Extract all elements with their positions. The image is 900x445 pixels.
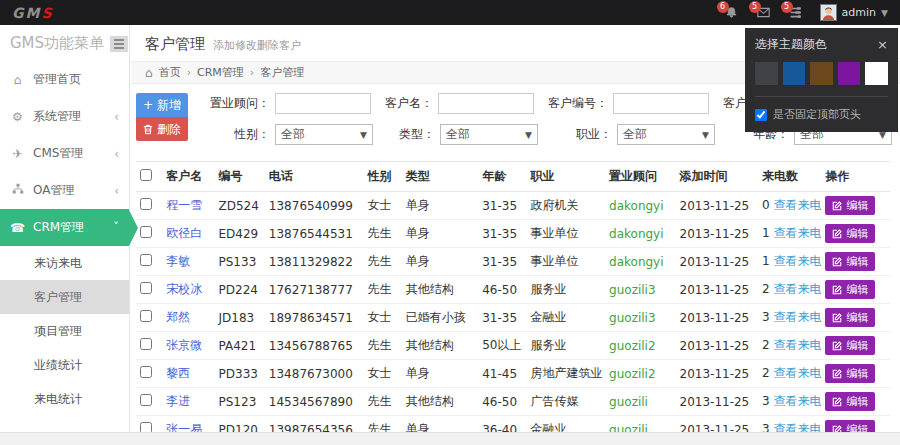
edit-button[interactable]: 编辑 [825,392,875,411]
view-calls-link[interactable]: 查看来电 [774,226,822,240]
row-checkbox[interactable] [140,282,152,294]
view-calls-link[interactable]: 查看来电 [774,366,822,380]
customer-occupation: 服务业 [527,276,606,304]
consultant-input[interactable] [275,93,371,114]
row-checkbox[interactable] [140,310,152,322]
sidebar-item-cms[interactable]: ✈ CMS管理 ‹ [0,135,129,172]
notifications-button[interactable]: 6 [724,5,740,21]
customer-consultant: guozili2 [605,332,675,360]
customer-name-link[interactable]: 张京微 [166,338,202,352]
customer-consultant: guozili [605,416,675,433]
customer-phone: 13487673000 [265,360,364,388]
edit-button[interactable]: 编辑 [825,196,875,215]
customer-name-link[interactable]: 郑然 [166,310,190,324]
sidebar-subitem-customers[interactable]: 客户管理 [0,280,129,314]
call-count: 0 [762,198,770,212]
sidebar-item-system[interactable]: ⚙ 系统管理 ‹ [0,98,129,135]
customer-age: 31-35 [478,192,526,220]
edit-button[interactable]: 编辑 [825,308,875,327]
tasks-button[interactable]: 5 [788,5,804,21]
theme-panel-header: 选择主题颜色 × [755,36,888,53]
row-checkbox[interactable] [140,198,152,210]
sidebar-item-crm[interactable]: ☎ CRM管理 ˇ [0,209,129,246]
customer-added-date: 2013-11-25 [676,332,759,360]
row-checkbox[interactable] [140,226,152,238]
occupation-select[interactable]: 全部▼ [617,124,715,145]
customer-name-link[interactable]: 张一易 [166,422,202,432]
type-select[interactable]: 全部▼ [440,124,538,145]
header-occupation: 职业 [527,162,606,192]
view-calls-link[interactable]: 查看来电 [774,254,822,268]
header-age: 年龄 [478,162,526,192]
table-row: 李敏 PS133 13811329822 先生 单身 31-35 事业单位 da… [136,248,890,276]
row-checkbox[interactable] [140,338,152,350]
theme-swatch[interactable] [838,62,861,85]
sidebar-item-oa[interactable]: OA管理 ‹ [0,172,129,209]
customer-code: PA421 [215,332,265,360]
breadcrumb-home-link[interactable]: 首页 [159,66,181,79]
customer-name-input[interactable] [438,93,534,114]
customer-gender: 先生 [363,276,401,304]
customer-type: 单身 [402,192,479,220]
edit-button[interactable]: 编辑 [825,252,875,271]
chevron-down-icon: ▼ [525,130,532,140]
table-row: 张一易 PD120 13987654356 先生 单身 36-40 金融业 gu… [136,416,890,433]
sidebar-item-home[interactable]: ⌂ 管理首页 [0,61,129,98]
edit-button[interactable]: 编辑 [825,364,875,383]
customer-name-link[interactable]: 宋校冰 [166,282,202,296]
call-count: 1 [762,254,770,268]
chevron-down-icon: ▼ [360,130,367,140]
customer-age: 31-35 [478,304,526,332]
view-calls-link[interactable]: 查看来电 [774,310,822,324]
customer-occupation: 服务业 [527,332,606,360]
add-button[interactable]: +新增 [136,93,188,117]
edit-button[interactable]: 编辑 [825,280,875,299]
row-checkbox[interactable] [140,254,152,266]
customer-phone: 14534567890 [265,388,364,416]
row-checkbox[interactable] [140,366,152,378]
customer-name-link[interactable]: 李敏 [166,254,190,268]
gender-select[interactable]: 全部▼ [275,124,373,145]
sidebar-subitem-call-stats[interactable]: 来电统计 [0,382,129,416]
breadcrumb-crm-link[interactable]: CRM管理 [197,66,244,79]
select-all-checkbox[interactable] [140,169,152,181]
customer-code: PS123 [215,388,265,416]
messages-button[interactable]: 5 [756,5,772,21]
view-calls-link[interactable]: 查看来电 [774,198,822,212]
edit-icon [832,201,842,211]
sidebar-subitem-performance[interactable]: 业绩统计 [0,348,129,382]
view-calls-link[interactable]: 查看来电 [774,422,822,432]
theme-swatch[interactable] [810,62,833,85]
user-menu[interactable]: admin ▼ [820,4,888,21]
row-checkbox[interactable] [140,422,152,432]
sidebar-subitem-visits-calls[interactable]: 来访来电 [0,246,129,280]
edit-button[interactable]: 编辑 [825,336,875,355]
customer-code: JD183 [215,304,265,332]
customer-code-input[interactable] [613,93,709,114]
fix-header-checkbox[interactable] [755,109,767,121]
header-consultant: 置业顾问 [605,162,675,192]
close-icon[interactable]: × [877,37,888,52]
edit-button[interactable]: 编辑 [825,420,875,432]
view-calls-link[interactable]: 查看来电 [774,338,822,352]
delete-button[interactable]: 删除 [136,117,188,141]
row-checkbox[interactable] [140,394,152,406]
sidebar-subitem-projects[interactable]: 项目管理 [0,314,129,348]
sidebar-item-label: CRM管理 [33,219,105,236]
theme-swatch[interactable] [755,62,778,85]
view-calls-link[interactable]: 查看来电 [774,282,822,296]
customer-name-link[interactable]: 程一雪 [166,198,202,212]
view-calls-link[interactable]: 查看来电 [774,394,822,408]
edit-icon [832,229,842,239]
theme-swatch[interactable] [865,62,888,85]
filter-label-occupation: 职业： [550,126,612,143]
call-count: 1 [762,226,770,240]
customer-added-date: 2013-11-25 [676,248,759,276]
customer-name-link[interactable]: 欧径白 [166,226,202,240]
customer-name-link[interactable]: 黎西 [166,366,190,380]
hamburger-icon[interactable] [110,36,128,52]
customer-name-link[interactable]: 李进 [166,394,190,408]
edit-button[interactable]: 编辑 [825,224,875,243]
customer-occupation: 事业单位 [527,248,606,276]
theme-swatch[interactable] [783,62,806,85]
